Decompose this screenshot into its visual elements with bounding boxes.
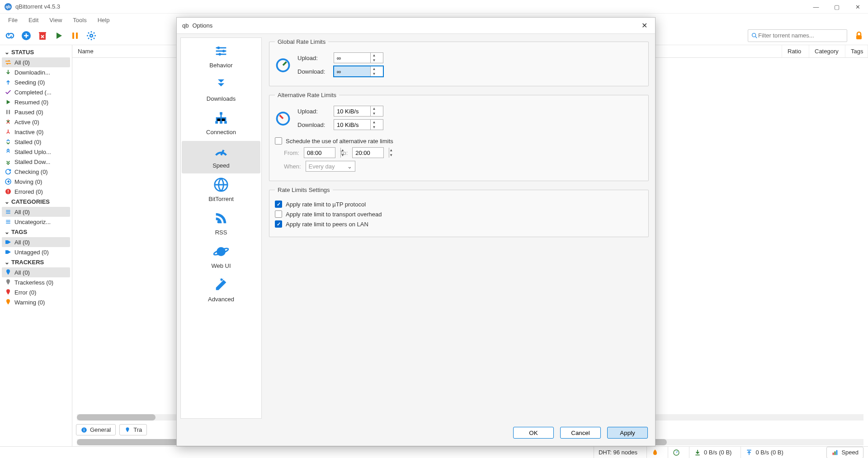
sidebar-item[interactable]: Completed (... (2, 87, 70, 97)
sidebar: ⌄STATUS All (0)Downloadin...Seeding (0)C… (0, 45, 72, 446)
lan-checkbox[interactable] (275, 220, 282, 228)
trackers-header[interactable]: ⌄TRACKERS (2, 257, 70, 267)
tags-header[interactable]: ⌄TAGS (2, 227, 70, 237)
sidebar-item[interactable]: Errored (0) (2, 187, 70, 196)
cancel-button[interactable]: Cancel (560, 427, 601, 439)
app-icon: qb (182, 22, 189, 29)
alt-upload-label: Upload: (297, 108, 329, 115)
sidebar-item[interactable]: Error (0) (2, 287, 70, 297)
apply-button[interactable]: Apply (607, 427, 648, 439)
alt-download-input[interactable]: ▲▼ (334, 119, 383, 130)
dialog-tab-rss[interactable]: RSS (182, 208, 260, 240)
schedule-when-select[interactable]: Every day (306, 161, 355, 172)
download-speed[interactable]: 0 B/s (0 B) (689, 447, 736, 458)
ok-button[interactable]: OK (513, 427, 554, 439)
resume-icon[interactable] (52, 29, 65, 42)
sidebar-item[interactable]: Downloadin... (2, 67, 70, 77)
dialog-close-button[interactable]: ✕ (639, 20, 650, 31)
dialog-tab-web-ui[interactable]: Web UI (182, 241, 260, 274)
add-torrent-icon[interactable] (20, 29, 33, 42)
dialog-title: Options (192, 22, 212, 29)
search-input[interactable] (758, 32, 844, 39)
overhead-checkbox[interactable] (275, 210, 282, 218)
sidebar-item[interactable]: Inactive (0) (2, 127, 70, 137)
sidebar-item[interactable]: All (0) (2, 267, 70, 277)
status-header[interactable]: ⌄STATUS (2, 47, 70, 57)
firewall-icon[interactable] (646, 447, 663, 458)
column-category[interactable]: Category (809, 45, 845, 57)
schedule-checkbox[interactable] (275, 137, 282, 145)
global-upload-input[interactable]: ▲▼ (334, 52, 383, 63)
svg-rect-23 (220, 112, 222, 115)
gauge-alt-icon (275, 110, 291, 126)
menu-help[interactable]: Help (93, 15, 114, 25)
sidebar-item[interactable]: Stalled Uplo... (2, 147, 70, 157)
status-icon (5, 59, 12, 66)
alt-download-label: Download: (297, 122, 329, 128)
dialog-tab-bittorrent[interactable]: BitTorrent (182, 174, 260, 207)
sidebar-item[interactable]: Active (0) (2, 117, 70, 127)
settings-icon[interactable] (85, 29, 98, 42)
add-link-icon[interactable] (4, 29, 16, 42)
column-ratio[interactable]: Ratio (782, 45, 809, 57)
schedule-to-input[interactable]: ▲▼ (352, 147, 384, 158)
menu-view[interactable]: View (45, 15, 66, 25)
status-icon (5, 158, 12, 165)
behavior-icon (182, 43, 260, 60)
dialog-tab-downloads[interactable]: Downloads (182, 74, 260, 107)
column-tags[interactable]: Tags (845, 45, 868, 57)
sidebar-item[interactable]: Checking (0) (2, 167, 70, 177)
minimize-button[interactable]: — (806, 0, 826, 14)
svg-rect-12 (8, 190, 8, 192)
menu-tools[interactable]: Tools (68, 15, 91, 25)
tab-general[interactable]: iGeneral (76, 424, 116, 435)
sidebar-item[interactable]: Moving (0) (2, 177, 70, 187)
sidebar-item[interactable]: Trackerless (0) (2, 277, 70, 287)
tab-trackers[interactable]: Tra (119, 424, 147, 435)
sidebar-item[interactable]: All (0) (2, 57, 70, 67)
upload-speed[interactable]: 0 B/s (0 B) (741, 447, 822, 458)
dialog-tab-advanced[interactable]: Advanced (182, 275, 260, 307)
dialog-tab-connection[interactable]: Connection (182, 107, 260, 140)
sidebar-item[interactable]: Resumed (0) (2, 97, 70, 107)
status-icon (5, 188, 12, 195)
sidebar-item[interactable]: Seeding (0) (2, 77, 70, 87)
categories-header[interactable]: ⌄CATEGORIES (2, 196, 70, 207)
lock-icon[interactable] (854, 30, 864, 41)
close-button[interactable]: ✕ (847, 0, 868, 14)
menu-file[interactable]: File (4, 15, 22, 25)
svg-point-5 (90, 34, 93, 37)
status-icon (5, 128, 12, 136)
status-icon (5, 69, 12, 76)
global-rate-limits-section: Global Rate Limits Upload: ▲▼ Download: … (269, 38, 649, 86)
svg-text:i: i (84, 428, 85, 432)
status-icon (5, 289, 12, 296)
sidebar-item[interactable]: Warning (0) (2, 297, 70, 307)
sidebar-item[interactable]: All (0) (2, 207, 70, 217)
maximize-button[interactable]: ▢ (826, 0, 847, 14)
dialog-tab-speed[interactable]: Speed (182, 141, 260, 173)
sidebar-item[interactable]: Untagged (0) (2, 247, 70, 257)
gauge-icon (275, 56, 291, 73)
sidebar-item[interactable]: Stalled Dow... (2, 157, 70, 167)
global-download-input[interactable]: ▲▼ (334, 66, 383, 77)
sidebar-item[interactable]: Uncategoriz... (2, 217, 70, 227)
dht-status: DHT: 96 nodes (594, 447, 642, 458)
pause-icon[interactable] (69, 29, 81, 42)
menu-edit[interactable]: Edit (24, 15, 43, 25)
delete-icon[interactable] (36, 29, 49, 42)
titlebar: qb qBittorrent v4.5.3 — ▢ ✕ (0, 0, 868, 14)
utp-checkbox[interactable] (275, 201, 282, 208)
sidebar-item[interactable]: Paused (0) (2, 107, 70, 117)
dialog-tab-behavior[interactable]: Behavior (182, 41, 260, 73)
speed-icon (182, 144, 260, 160)
sidebar-item[interactable]: All (0) (2, 237, 70, 247)
status-icon (5, 218, 12, 225)
schedule-from-input[interactable]: ▲▼ (304, 147, 335, 158)
torrent-filter-search[interactable] (748, 29, 847, 42)
sidebar-item[interactable]: Stalled (0) (2, 137, 70, 147)
alt-speed-icon[interactable] (668, 447, 684, 458)
alt-upload-input[interactable]: ▲▼ (334, 106, 383, 117)
speed-graph-button[interactable]: Speed (826, 447, 863, 458)
statusbar: DHT: 96 nodes 0 B/s (0 B) 0 B/s (0 B) Sp… (0, 446, 868, 458)
